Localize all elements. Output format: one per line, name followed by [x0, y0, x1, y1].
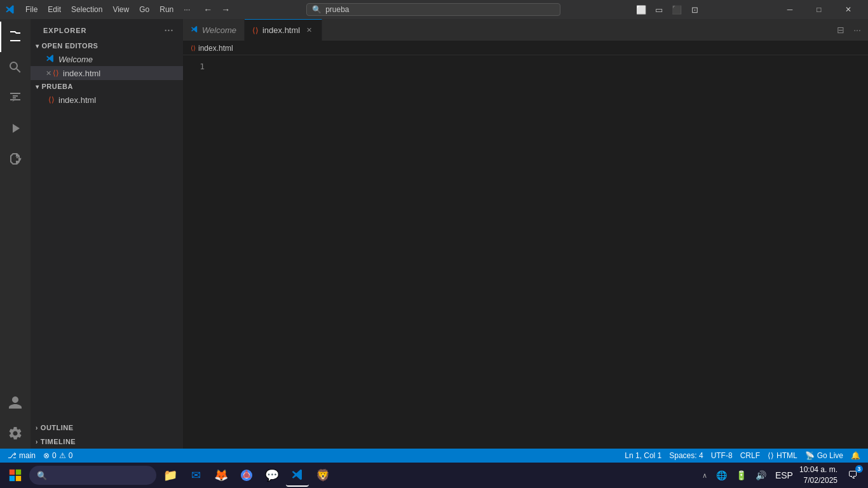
status-notifications[interactable]: 🔔: [847, 449, 864, 463]
taskbar-date-display: 7/02/2025: [799, 475, 837, 486]
settings-activity-icon[interactable]: [0, 418, 31, 449]
navigation-buttons: ← →: [200, 2, 233, 17]
nav-forward-button[interactable]: →: [218, 2, 233, 17]
taskbar-vscode[interactable]: [286, 464, 309, 487]
account-activity-icon[interactable]: [0, 388, 31, 418]
search-activity-icon[interactable]: [0, 52, 31, 83]
status-bar-right: Ln 1, Col 1 Spaces: 4 UTF-8 CRLF ⟨⟩ HTML…: [621, 449, 864, 463]
taskbar-file-explorer[interactable]: 📁: [159, 464, 182, 487]
source-control-activity-icon[interactable]: [0, 83, 31, 113]
taskbar-clock[interactable]: 10:04 a. m. 7/02/2025: [799, 464, 837, 486]
taskbar-search-icon: 🔍: [37, 471, 47, 480]
split-editor-button[interactable]: ⊟: [834, 23, 848, 37]
brave-icon: 🦁: [316, 468, 330, 482]
prueba-section-header[interactable]: ▾ PRUEBA: [31, 80, 183, 93]
timeline-label: TIMELINE: [41, 438, 76, 445]
taskbar-brave[interactable]: 🦁: [311, 464, 334, 487]
search-bar[interactable]: 🔍: [306, 3, 560, 16]
prueba-index-html-item[interactable]: ⟨⟩ index.html: [31, 93, 183, 107]
open-editor-index-html-label: index.html: [63, 69, 100, 78]
more-tab-actions-button[interactable]: ···: [850, 23, 864, 37]
taskbar-search[interactable]: 🔍: [29, 466, 156, 485]
timeline-section-header[interactable]: › TIMELINE: [31, 435, 183, 449]
open-editors-label: OPEN EDITORS: [42, 42, 98, 50]
minimize-button[interactable]: ─: [775, 0, 804, 19]
html-file-icon-open: ⟨⟩: [53, 69, 59, 78]
open-editors-section-header[interactable]: ▾ OPEN EDITORS: [31, 39, 183, 52]
timeline-chevron-icon: ›: [36, 438, 38, 445]
menu-view[interactable]: View: [107, 3, 134, 17]
taskbar-messaging[interactable]: 💬: [261, 464, 283, 487]
toggle-primary-sidebar-button[interactable]: ⬜: [634, 2, 649, 17]
outline-chevron-icon: ›: [36, 424, 38, 431]
code-editor[interactable]: 1: [183, 55, 868, 449]
sidebar-header-actions: ···: [163, 24, 175, 37]
sidebar: EXPLORER ··· ▾ OPEN EDITORS Welcome ✕ ⟨⟩…: [31, 19, 183, 449]
sidebar-more-actions-button[interactable]: ···: [163, 24, 175, 37]
git-branch-icon: ⎇: [8, 451, 17, 460]
menu-selection[interactable]: Selection: [66, 3, 107, 17]
maximize-button[interactable]: □: [804, 0, 834, 19]
close-button[interactable]: ✕: [834, 0, 863, 19]
toggle-panel-button[interactable]: ▭: [651, 2, 667, 17]
menu-more[interactable]: ···: [179, 3, 195, 17]
windows-start-button[interactable]: [4, 464, 27, 487]
taskbar-email[interactable]: ✉: [184, 464, 207, 487]
explorer-activity-icon[interactable]: [0, 22, 31, 52]
tray-chevron[interactable]: ∧: [700, 470, 710, 481]
index-html-close-icon[interactable]: ✕: [46, 69, 51, 78]
tray-network-icon[interactable]: 🌐: [714, 469, 729, 482]
status-line-ending[interactable]: CRLF: [736, 449, 764, 463]
vscode-taskbar-icon: [291, 468, 304, 481]
editor-tabs: Welcome ⟨⟩ index.html ✕ ⊟ ···: [183, 19, 868, 41]
run-debug-activity-icon[interactable]: [0, 113, 31, 144]
menu-go[interactable]: Go: [134, 3, 154, 17]
layout-buttons: ⬜ ▭ ⬛ ⊡: [634, 2, 702, 17]
status-spaces[interactable]: Spaces: 4: [665, 449, 707, 463]
status-git-branch[interactable]: ⎇ main: [4, 449, 39, 463]
status-cursor-position[interactable]: Ln 1, Col 1: [621, 449, 665, 463]
extensions-activity-icon[interactable]: [0, 144, 31, 174]
prueba-chevron-icon: ▾: [36, 83, 39, 90]
menu-run[interactable]: Run: [154, 3, 179, 17]
warning-count: 0: [69, 451, 73, 460]
status-language[interactable]: ⟨⟩ HTML: [764, 449, 801, 463]
line-number-1: 1: [183, 60, 205, 72]
bell-icon: 🔔: [851, 451, 860, 460]
line-ending-label: CRLF: [740, 451, 760, 460]
breadcrumb-filename[interactable]: index.html: [198, 44, 233, 53]
tray-speaker-icon[interactable]: 🔊: [753, 469, 769, 482]
svg-rect-3: [16, 476, 21, 481]
tray-language[interactable]: ESP: [773, 469, 796, 482]
nav-back-button[interactable]: ←: [200, 2, 215, 17]
status-go-live[interactable]: 📡 Go Live: [801, 449, 847, 463]
notification-center-button[interactable]: 🗨 3: [841, 464, 864, 487]
search-input[interactable]: [325, 5, 555, 14]
menu-bar: File Edit Selection View Go Run ···: [20, 3, 195, 17]
main-content: EXPLORER ··· ▾ OPEN EDITORS Welcome ✕ ⟨⟩…: [0, 19, 868, 449]
code-content[interactable]: [215, 55, 859, 449]
open-editor-index-html-item[interactable]: ✕ ⟨⟩ index.html: [31, 66, 183, 80]
taskbar-chrome[interactable]: [235, 464, 258, 487]
welcome-tab-icon: [191, 25, 198, 35]
line-numbers: 1: [183, 55, 215, 449]
tab-welcome[interactable]: Welcome: [183, 19, 245, 41]
svg-rect-1: [16, 470, 21, 475]
notification-badge: 3: [855, 465, 863, 473]
index-html-tab-close-button[interactable]: ✕: [304, 25, 314, 36]
toggle-secondary-sidebar-button[interactable]: ⬛: [669, 2, 684, 17]
sidebar-header: EXPLORER ···: [31, 19, 183, 39]
taskbar-firefox[interactable]: 🦊: [210, 464, 233, 487]
tab-index-html[interactable]: ⟨⟩ index.html ✕: [245, 19, 322, 41]
status-encoding[interactable]: UTF-8: [707, 449, 736, 463]
file-explorer-icon: 📁: [163, 468, 177, 482]
customize-layout-button[interactable]: ⊡: [687, 2, 702, 17]
tray-battery-icon[interactable]: 🔋: [733, 469, 749, 482]
menu-file[interactable]: File: [20, 3, 43, 17]
open-editor-welcome-item[interactable]: Welcome: [31, 52, 183, 66]
menu-edit[interactable]: Edit: [43, 3, 66, 17]
broadcast-icon: 📡: [805, 451, 815, 460]
status-errors[interactable]: ⊗ 0 ⚠ 0: [39, 449, 76, 463]
outline-section-header[interactable]: › OUTLINE: [31, 421, 183, 435]
windows-logo-icon: [9, 469, 22, 482]
